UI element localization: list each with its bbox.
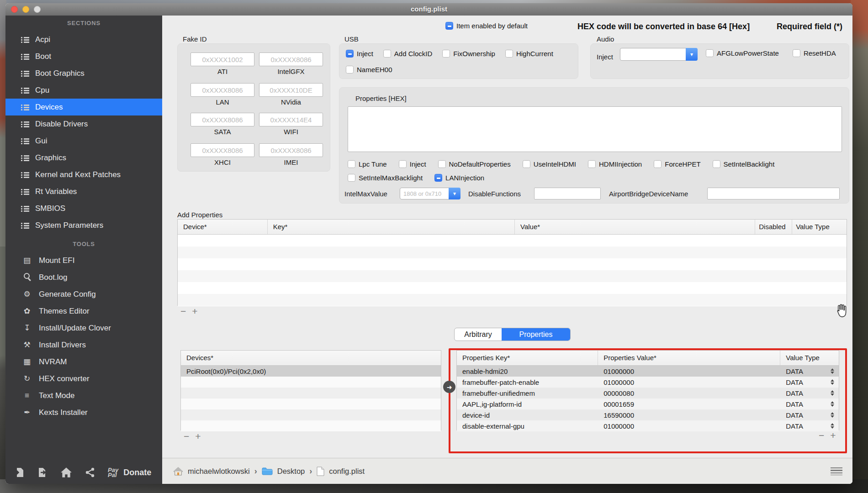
import-config-icon[interactable] — [14, 467, 25, 478]
usb-fixownership-checkbox[interactable] — [442, 50, 450, 58]
device-row[interactable]: PciRoot(0x0)/Pci(0x2,0x0) — [181, 366, 441, 377]
property-row[interactable]: enable-hdmi20 01000000 DATA — [457, 366, 839, 377]
sidebar-item-acpi[interactable]: Acpi — [5, 31, 162, 48]
tab-arbitrary[interactable]: Arbitrary — [455, 328, 502, 341]
chevron-down-icon[interactable]: ▾ — [686, 48, 698, 61]
value-type-stepper[interactable] — [829, 389, 835, 397]
fake-id-ati-field[interactable] — [191, 52, 254, 66]
sidebar-tool-mount-efi[interactable]: ▤Mount EFI — [5, 252, 162, 269]
breadcrumb-folder[interactable]: Desktop — [277, 467, 305, 476]
sidebar-tool-install-update-clover[interactable]: ↧Install/Update Clover — [5, 320, 162, 336]
fake-id-sata-field[interactable] — [191, 113, 254, 126]
audio-inject-value[interactable] — [620, 48, 691, 60]
home-breadcrumb-icon[interactable] — [173, 467, 183, 476]
donate-button[interactable]: Donate — [123, 468, 151, 477]
value-type-stepper[interactable] — [829, 411, 835, 419]
tab-properties[interactable]: Properties — [502, 328, 570, 341]
value-type-stepper[interactable] — [829, 422, 835, 430]
remove-row-button[interactable]: − — [180, 306, 186, 316]
export-config-icon[interactable] — [37, 467, 48, 478]
laninjection-checkbox[interactable] — [434, 174, 442, 182]
sidebar-item-disable-drivers[interactable]: Disable Drivers — [5, 115, 162, 132]
sidebar-item-cpu[interactable]: Cpu — [5, 82, 162, 99]
property-row[interactable]: AAPL,ig-platform-id 00001659 DATA — [457, 399, 839, 409]
column-header-disabled[interactable]: Disabled — [755, 220, 792, 234]
forcehpet-checkbox[interactable] — [654, 160, 662, 168]
property-row[interactable]: framebuffer-unifiedmem 00000080 DATA — [457, 388, 839, 399]
column-header-value-type[interactable]: Value Type — [780, 351, 839, 365]
breadcrumb-user[interactable]: michaelwlotkowski — [188, 467, 250, 476]
share-icon[interactable] — [85, 467, 95, 478]
sidebar-item-gui[interactable]: Gui — [5, 132, 162, 149]
usb-add-clockid-checkbox[interactable] — [383, 50, 391, 58]
setintelbacklight-checkbox[interactable] — [713, 160, 720, 168]
intelmaxvalue-input[interactable] — [400, 188, 454, 199]
sidebar-item-smbios[interactable]: SMBIOS — [5, 200, 162, 217]
useintelhdmi-checkbox[interactable] — [523, 160, 530, 168]
sidebar-tool-nvram[interactable]: ▦NVRAM — [5, 353, 162, 370]
fake-id-imei-field[interactable] — [259, 143, 323, 157]
paypal-icon[interactable]: PayPal — [108, 467, 118, 477]
menu-icon[interactable] — [831, 467, 842, 475]
folder-icon[interactable] — [262, 467, 273, 476]
usb-highcurrent-checkbox[interactable] — [505, 50, 513, 58]
sidebar-tool-kexts-installer[interactable]: ✒Kexts Installer — [5, 404, 162, 421]
intelmaxvalue-dropdown[interactable]: ▾ — [400, 188, 460, 199]
item-enabled-checkbox[interactable] — [445, 22, 453, 30]
column-header-properties-value[interactable]: Properties Value* — [598, 351, 780, 365]
column-header-devices[interactable]: Devices* — [181, 351, 441, 365]
sidebar-item-rt-variables[interactable]: Rt Variables — [5, 183, 162, 200]
add-device-button[interactable]: + — [195, 431, 201, 441]
home-icon[interactable] — [60, 467, 72, 478]
remove-device-button[interactable]: − — [184, 431, 189, 441]
usb-inject-checkbox[interactable] — [346, 50, 354, 58]
airportbridgedevicename-field[interactable] — [707, 188, 840, 199]
sidebar-tool-boot-log[interactable]: Boot.log — [5, 269, 162, 286]
column-header-device[interactable]: Device* — [178, 220, 268, 234]
audio-afglowpowerstate-checkbox[interactable] — [706, 49, 714, 57]
properties-hex-textarea[interactable] — [348, 106, 842, 152]
fake-id-nvidia-field[interactable] — [259, 83, 323, 97]
device-row-empty[interactable] — [181, 409, 441, 420]
device-row-empty[interactable] — [181, 377, 441, 388]
add-property-button[interactable]: + — [830, 430, 836, 440]
device-row-empty[interactable] — [181, 420, 441, 431]
device-row-empty[interactable] — [181, 388, 441, 399]
value-type-stepper[interactable] — [829, 378, 835, 386]
remove-property-button[interactable]: − — [819, 430, 824, 440]
sidebar-item-system-parameters[interactable]: System Parameters — [5, 217, 162, 234]
value-type-stepper[interactable] — [829, 400, 835, 408]
column-header-value[interactable]: Value* — [515, 220, 755, 234]
sidebar-tool-install-drivers[interactable]: ⚒Install Drivers — [5, 336, 162, 353]
hex-inject-checkbox[interactable] — [399, 160, 407, 168]
property-row[interactable]: framebuffer-patch-enable 01000000 DATA — [457, 377, 839, 388]
document-icon[interactable] — [317, 467, 324, 476]
chevron-down-icon[interactable]: ▾ — [449, 188, 460, 199]
column-header-properties-key[interactable]: Properties Key* — [457, 351, 598, 365]
fake-id-wifi-field[interactable] — [259, 113, 323, 126]
sidebar-item-boot[interactable]: Boot — [5, 48, 162, 65]
sidebar-item-graphics[interactable]: Graphics — [5, 149, 162, 166]
fake-id-lan-field[interactable] — [191, 83, 254, 97]
lpc-tune-checkbox[interactable] — [348, 160, 355, 168]
breadcrumb-file[interactable]: config.plist — [329, 467, 365, 476]
fake-id-intelgfx-field[interactable] — [259, 52, 323, 66]
sidebar-tool-hex-converter[interactable]: ↻HEX converter — [5, 370, 162, 387]
property-row[interactable]: disable-external-gpu 01000000 DATA — [457, 420, 839, 431]
hdmiinjection-checkbox[interactable] — [588, 160, 596, 168]
add-row-button[interactable]: + — [192, 306, 197, 316]
sidebar-tool-generate-config[interactable]: ⚙Generate Config — [5, 286, 162, 303]
audio-resethda-checkbox[interactable] — [793, 49, 800, 57]
sidebar-item-devices[interactable]: Devices — [5, 99, 162, 115]
nodefaultproperties-checkbox[interactable] — [438, 160, 446, 168]
sidebar-item-boot-graphics[interactable]: Boot Graphics — [5, 65, 162, 82]
column-header-value-type[interactable]: Value Type — [792, 220, 847, 234]
audio-inject-dropdown[interactable]: ▾ — [620, 48, 698, 61]
usb-nameeh00-checkbox[interactable] — [346, 66, 354, 73]
column-header-key[interactable]: Key* — [268, 220, 515, 234]
setintelmaxbacklight-checkbox[interactable] — [348, 174, 355, 182]
device-row-empty[interactable] — [181, 399, 441, 409]
sidebar-item-kernel-kext-patches[interactable]: Kernel and Kext Patches — [5, 166, 162, 183]
disablefunctions-field[interactable] — [534, 188, 601, 199]
title-bar[interactable]: config.plist — [5, 3, 852, 16]
